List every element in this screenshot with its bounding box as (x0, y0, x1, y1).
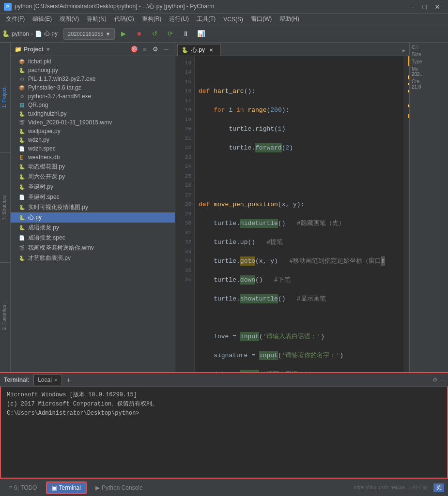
ln-32: 32 (178, 238, 191, 247)
close-button[interactable]: ✕ (431, 3, 444, 11)
code-line-19 (199, 181, 400, 191)
code-editor[interactable]: 13 14 15 16 17 18 19 20 21 22 23 24 25 2… (175, 56, 409, 372)
todo-tab[interactable]: ≡ 6: TODO (4, 482, 42, 493)
tree-item-pachong[interactable]: 🐍 pachong.py (11, 66, 175, 75)
folder-icon: 📁 (15, 46, 22, 53)
maximize-button[interactable]: □ (419, 3, 431, 11)
py4-icon: 🐍 (18, 136, 25, 143)
tree-item-caiyee[interactable]: 🐍 才艺歌曲表演.py (11, 253, 175, 263)
status-bar: ≡ 6: TODO ▣ Terminal ▶ Python Console ht… (0, 479, 448, 496)
extra-value: 21:0 (412, 84, 446, 90)
debug-rerun-button[interactable]: ⟳ (163, 27, 177, 41)
terminal-content[interactable]: Microsoft Windows [版本 10.0.16299.15] (c)… (0, 387, 448, 479)
menu-refactor[interactable]: 重构(R) (138, 14, 166, 24)
ln-36: 36 (178, 275, 191, 285)
menu-window[interactable]: 窗口(W) (247, 14, 276, 24)
py11-icon: 🐍 (18, 255, 25, 262)
menu-help[interactable]: 帮助(H) (276, 14, 303, 24)
project-title: 📁 Project ▼ (15, 46, 129, 53)
terminal-status-tab[interactable]: ▣ Terminal (46, 481, 87, 494)
menu-run[interactable]: 运行(U) (165, 14, 193, 24)
rerun-button[interactable]: ↺ (148, 27, 161, 41)
tree-item-pil[interactable]: ⚙ PIL-1.1.7.win32-py2.7.exe (11, 75, 175, 83)
breadcrumb-file[interactable]: 心.py (44, 30, 58, 38)
pause-button[interactable]: ⏸ (179, 27, 192, 41)
tree-item-python374[interactable]: ⚙ python-3.7.4-amd64.exe (11, 92, 175, 101)
settings-button[interactable]: ⚙ (151, 45, 160, 54)
run-button[interactable]: ▶ (117, 27, 130, 41)
menu-vcs[interactable]: VCS(S) (219, 15, 247, 24)
favorites-tab[interactable]: 2: Favorites (0, 262, 10, 372)
python-console-icon: ▶ (95, 484, 100, 491)
menu-file[interactable]: 文件(F) (2, 14, 29, 24)
scroll-marker-3 (408, 83, 409, 85)
tree-item-zhouhang[interactable]: 🐍 周六公开课.py (11, 172, 175, 182)
tree-item-wdzh-spec[interactable]: 📄 wdzh.spec (11, 144, 175, 153)
run-config-name: 202002161055 (68, 31, 103, 37)
tree-item-tuxing[interactable]: 🐍 tuxinghuizhi.py (11, 109, 175, 118)
tab-close-button[interactable]: ✕ (208, 47, 215, 54)
tab-bar: 🐍 心.py ✕ ▸ (175, 43, 409, 56)
code-content[interactable]: def hart_arc(): for i in range(200): tur… (195, 56, 403, 372)
tree-item-chenyu[interactable]: 🐍 成语接龙.py (11, 223, 175, 233)
collapse-all-button[interactable]: ≡ (140, 45, 150, 54)
tree-item-wdzh[interactable]: 🐍 wdzh.py (11, 135, 175, 144)
ln-22: 22 (178, 143, 191, 153)
tree-item-pyinstaller[interactable]: 📦 PyInstaller-3.6.tar.gz (11, 83, 175, 92)
spec3-icon: 📄 (18, 235, 25, 241)
add-terminal-button[interactable]: + (64, 375, 74, 385)
py8-icon: 🐍 (18, 204, 25, 211)
tree-item-yinghua[interactable]: 🐍 动态樱花图.py (11, 162, 175, 172)
right-sidebar: C:\ Size Type Mo 202... Cre 21:0 (409, 43, 448, 372)
close-panel-button[interactable]: ─ (161, 45, 171, 54)
editor-area: 🐍 心.py ✕ ▸ 13 14 15 16 17 18 19 20 21 (175, 43, 409, 372)
menu-edit[interactable]: 编辑(E) (29, 14, 56, 24)
tree-item-qr[interactable]: 🖼 QR.png (11, 101, 175, 109)
project-dropdown-icon[interactable]: ▼ (46, 46, 51, 52)
menu-navigate[interactable]: 导航(N) (83, 14, 110, 24)
coverage-button[interactable]: 📊 (194, 27, 208, 41)
menu-code[interactable]: 代码(C) (110, 14, 138, 24)
modified-label: Type (412, 59, 446, 64)
terminal-tab-local[interactable]: Local ✕ (33, 375, 62, 385)
tree-item-wohua[interactable]: 🎬 我画棵圣诞树送给你.wmv (11, 243, 175, 253)
bottom-panel: Terminal: Local ✕ + ⚙ ─ Microsoft Window… (0, 372, 448, 479)
tree-item-shengdan[interactable]: 🐍 圣诞树.py (11, 182, 175, 192)
structure-tab[interactable]: 7: Structure (0, 152, 10, 262)
terminal-tab-close[interactable]: ✕ (54, 377, 58, 383)
code-line-16: turtle.right(1) (199, 124, 400, 134)
scroll-tabs-right[interactable]: ▸ (399, 45, 409, 56)
minimize-button[interactable]: ─ (406, 3, 419, 11)
tab-file-icon: 🐍 (182, 47, 188, 53)
tree-item-video[interactable]: 🎬 Video_2020-01-31_190015.wmv (11, 118, 175, 127)
tree-item-weathers[interactable]: 🗄 weathers.db (11, 153, 175, 162)
menu-view[interactable]: 视图(V) (56, 14, 83, 24)
tree-item-chenyu-spec[interactable]: 📄 成语接龙.spec (11, 233, 175, 243)
pkl-icon: 📦 (18, 58, 25, 65)
ln-27: 27 (178, 190, 191, 200)
breadcrumb-python[interactable]: python (12, 30, 29, 37)
tree-item-itchat[interactable]: 📦 itchat.pkl (11, 57, 175, 66)
terminal-settings-button[interactable]: ⚙ (433, 376, 438, 383)
ln-16: 16 (178, 87, 191, 96)
locate-file-button[interactable]: 🎯 (129, 45, 139, 54)
todo-icon: ≡ (9, 484, 12, 491)
status-lang[interactable]: 英 (433, 483, 444, 492)
tree-item-shengdan-spec[interactable]: 📄 圣诞树.spec (11, 192, 175, 202)
editor-tab-xin[interactable]: 🐍 心.py ✕ (177, 44, 221, 56)
menu-tools[interactable]: 工具(T) (193, 14, 219, 24)
run-config-selector[interactable]: 202002161055 ▼ (63, 28, 115, 40)
ln-19: 19 (178, 115, 191, 124)
stop-button[interactable]: ■ (132, 27, 146, 41)
tree-item-shishi[interactable]: 🐍 实时可视化疫情地图.py (11, 202, 175, 212)
terminal-minimize-button[interactable]: ─ (440, 376, 444, 383)
tree-item-wallpaper[interactable]: 🐍 wallpaper.py (11, 127, 175, 135)
project-tree: 📦 itchat.pkl 🐍 pachong.py ⚙ PIL-1.1.7.wi… (11, 56, 175, 372)
tree-item-xin[interactable]: 🐍 心.py (11, 212, 175, 223)
status-url: https://blog.csdn.net/wa...☆打个鼓 (354, 484, 428, 491)
project-tab[interactable]: 1: Project (0, 43, 10, 152)
project-header: 📁 Project ▼ 🎯 ≡ ⚙ ─ (11, 43, 175, 56)
code-line-28: signature = input('请签署你的名字：') (199, 351, 400, 361)
editor-scrollbar[interactable] (403, 56, 409, 372)
python-console-tab[interactable]: ▶ Python Console (91, 482, 148, 493)
